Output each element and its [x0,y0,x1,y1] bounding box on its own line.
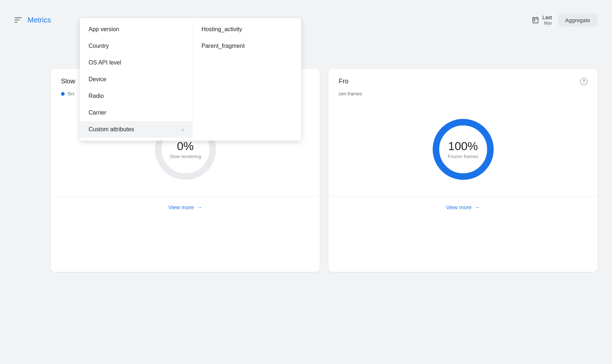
donut-center-slow: 0% Slow rendering [170,140,201,159]
date-section: Last Mar [531,15,552,26]
dropdown-menu: App version Country OS API level Device … [80,18,301,141]
menu-item-carrier[interactable]: Carrier [80,104,192,121]
menu-item-carrier-label: Carrier [89,109,106,116]
card-footer-slow: View more → [51,197,320,218]
calendar-icon [531,16,539,24]
menu-item-device-label: Device [89,76,106,83]
menu-item-custom-attributes[interactable]: Custom attributes › [80,121,192,138]
legend-text-slow: Scr [68,91,75,96]
menu-item-device[interactable]: Device [80,71,192,88]
frozen-frames-card: Fro ? zen frames 100% Frozen frames [329,69,597,272]
menu-item-os-api-level[interactable]: OS API level [80,54,192,71]
metrics-label: Metrics [28,16,51,24]
donut-frozen: 100% Frozen frames [427,113,499,186]
chart-area-frozen: 100% Frozen frames [329,102,597,197]
menu-item-parent-fragment[interactable]: Parent_fragment [193,38,301,54]
card-header-frozen: Fro ? [329,69,597,91]
view-more-slow[interactable]: View more → [168,204,203,210]
arrow-right-icon-frozen: → [474,204,480,210]
card-footer-frozen: View more → [329,197,597,218]
donut-percent-slow: 0% [170,140,201,153]
chevron-right-icon: › [182,127,184,132]
menu-item-hosting-activity[interactable]: Hosting_activity [193,21,301,38]
menu-item-app-version-label: App version [89,26,119,33]
view-more-frozen[interactable]: View more → [446,204,480,210]
menu-item-country[interactable]: Country [80,38,192,54]
view-more-slow-text: View more [168,204,194,210]
menu-item-app-version[interactable]: App version [80,21,192,38]
donut-center-frozen: 100% Frozen frames [448,140,478,159]
donut-percent-frozen: 100% [448,140,478,153]
dropdown-primary-column: App version Country OS API level Device … [80,18,192,141]
menu-item-country-label: Country [89,43,109,49]
menu-item-hosting-activity-label: Hosting_activity [201,26,242,33]
view-more-frozen-text: View more [446,204,472,210]
card-title-frozen: Fro [339,78,348,85]
header-left: Metrics [15,16,51,24]
legend-dot-slow [61,92,65,96]
info-icon-frozen[interactable]: ? [580,78,587,85]
menu-item-radio-label: Radio [89,93,104,99]
header-right: Last Mar Aggregate [531,13,597,27]
card-top-right: ? [580,78,587,85]
dropdown-secondary-column: Hosting_activity Parent_fragment [192,18,301,141]
menu-item-radio[interactable]: Radio [80,88,192,104]
donut-label-frozen: Frozen frames [448,154,478,159]
arrow-right-icon-slow: → [197,204,202,210]
aggregate-button[interactable]: Aggregate [558,13,597,27]
legend-frozen: zen frames [329,91,597,102]
legend-text-frozen: zen frames [339,91,362,96]
card-title-slow: Slow [61,78,75,85]
menu-item-parent-fragment-label: Parent_fragment [201,43,245,49]
date-month-label: Mar [542,20,552,26]
menu-item-custom-attributes-label: Custom attributes [89,126,134,133]
donut-label-slow: Slow rendering [170,154,201,159]
filter-icon[interactable] [15,17,22,22]
date-last-label: Last [542,15,552,20]
menu-item-os-api-level-label: OS API level [89,59,121,66]
